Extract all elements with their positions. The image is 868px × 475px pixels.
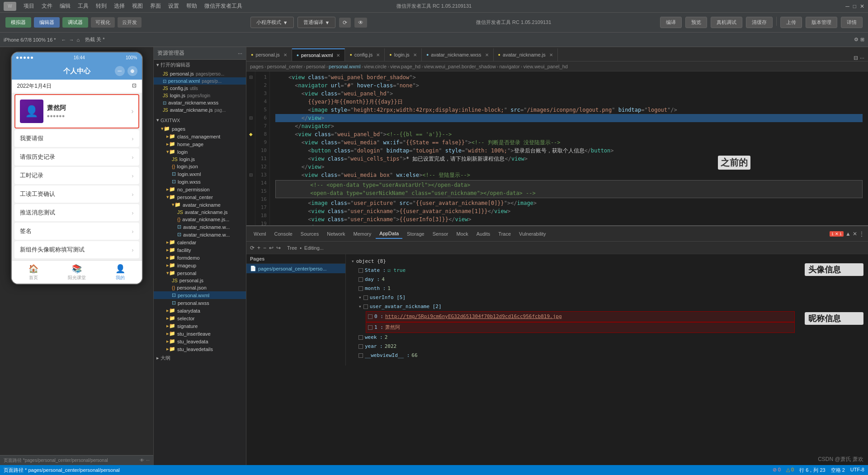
tab-close-1[interactable]: ✕ bbox=[283, 52, 287, 57]
file-personal-wxml[interactable]: ⊡ personal.wxml pages/p... bbox=[154, 77, 246, 85]
menu-item-view[interactable]: 视图 bbox=[132, 2, 143, 10]
folder-formdemo[interactable]: ▸📁 formdemo bbox=[154, 254, 246, 261]
dt-tab-memory[interactable]: Memory bbox=[350, 229, 375, 238]
version-btn[interactable]: 版本管理 bbox=[806, 17, 837, 28]
forward-btn[interactable]: → bbox=[69, 37, 74, 43]
dt-tab-wxml[interactable]: Wxml bbox=[250, 229, 270, 238]
phone-nav-icons[interactable]: ··· ⊕ bbox=[115, 66, 137, 76]
phone-menu-item-3[interactable]: 工时记录 › bbox=[14, 167, 139, 184]
gxitwx-section[interactable]: ▾ GXITWX bbox=[154, 115, 246, 125]
debug-btn[interactable]: 调试器 bbox=[62, 17, 88, 28]
phone-menu-item-2[interactable]: 请假历史记录 › bbox=[14, 148, 139, 166]
tab-close-3[interactable]: ✕ bbox=[376, 52, 380, 57]
file-avatar-nickname-wxss[interactable]: ⊡ avatar_nickname.w... bbox=[154, 231, 246, 238]
dots-icon[interactable]: ··· bbox=[146, 458, 150, 463]
folder-stu-leavedetails[interactable]: ▸📁 stu_leavedetails bbox=[154, 345, 246, 353]
dt-tab-vulnerability[interactable]: Vulnerability bbox=[515, 229, 550, 238]
file-avatar-nickname-json[interactable]: {} avatar_nickname.js... bbox=[154, 216, 246, 223]
file-personal-wxml-2[interactable]: ⊡ personal.wxml bbox=[154, 291, 246, 299]
dt-tab-console[interactable]: Console bbox=[271, 229, 296, 238]
minimize-btn[interactable]: ─ bbox=[845, 3, 849, 10]
minus-icon[interactable]: − bbox=[263, 245, 266, 251]
dt-close-icon[interactable]: ✕ bbox=[853, 231, 857, 237]
tab-config-js[interactable]: ● config.js ✕ bbox=[345, 48, 385, 61]
phone-menu-item-5[interactable]: 推送消息测试 › bbox=[14, 204, 139, 221]
close-btn[interactable]: ✕ bbox=[860, 3, 864, 10]
tab-close-2[interactable]: ✕ bbox=[336, 53, 340, 58]
open-editors-section[interactable]: ▾ 打开的编辑器 bbox=[154, 60, 246, 70]
menu-icon[interactable]: ··· bbox=[115, 66, 125, 76]
undo-icon[interactable]: ↩ bbox=[269, 245, 274, 251]
folder-personal[interactable]: ▾📁 personal bbox=[154, 269, 246, 277]
menu-item-tool[interactable]: 工具 bbox=[78, 2, 89, 10]
folder-login[interactable]: ▾📁 login bbox=[154, 148, 246, 156]
real-debug-btn[interactable]: 真机调试 bbox=[711, 17, 742, 28]
home-btn[interactable]: ⌂ bbox=[77, 37, 80, 43]
phone-nav-mine[interactable]: 👤 我的 bbox=[99, 261, 142, 284]
folder-stu-leavedata[interactable]: ▸📁 stu_leavedata bbox=[154, 337, 246, 345]
compile-btn[interactable]: 编译 bbox=[660, 17, 682, 28]
editor-btn[interactable]: 编辑器 bbox=[34, 17, 60, 28]
tab-close-6[interactable]: ✕ bbox=[549, 52, 553, 57]
phone-menu-item-6[interactable]: 签名 › bbox=[14, 223, 139, 240]
upload-btn[interactable]: 上传 bbox=[780, 17, 802, 28]
cloud-btn[interactable]: 云开发 bbox=[118, 17, 142, 28]
tab-personal-js[interactable]: ● personal.js ✕ bbox=[246, 48, 292, 61]
code-content[interactable]: <view class="weui_panel border_shadow"> … bbox=[270, 71, 868, 225]
menu-item-select[interactable]: 选择 bbox=[114, 2, 125, 10]
phone-nav-classroom[interactable]: 📚 阳光课堂 bbox=[55, 261, 99, 284]
expand-obj-icon[interactable]: ▾ bbox=[351, 257, 354, 266]
file-avatar-wxss[interactable]: ⊡ avatar_nickname.wxss bbox=[154, 99, 246, 106]
menu-item-wechat[interactable]: 微信开发者工具 bbox=[204, 2, 242, 10]
preview-btn[interactable]: 预览 bbox=[685, 17, 707, 28]
dt-expand-icon[interactable]: ▲ bbox=[845, 231, 851, 237]
file-login-js[interactable]: JS login.js pages/login bbox=[154, 92, 246, 99]
dt-tab-audits[interactable]: Audits bbox=[473, 229, 494, 238]
menu-item-help[interactable]: 帮助 bbox=[186, 2, 197, 10]
visualize-btn[interactable]: 可视化 bbox=[91, 17, 115, 28]
split-icon[interactable]: ⊟ bbox=[854, 55, 858, 61]
folder-selector[interactable]: ▸📁 selector bbox=[154, 314, 246, 322]
dt-tab-mock[interactable]: Mock bbox=[453, 229, 472, 238]
refresh-icon[interactable]: ⟳ bbox=[250, 245, 255, 251]
dt-tab-trace[interactable]: Trace bbox=[495, 229, 514, 238]
file-avatar-nickname-js[interactable]: JS avatar_nickname.js bbox=[154, 209, 246, 216]
warn-status[interactable]: △ 0 bbox=[786, 467, 794, 474]
tab-close-5[interactable]: ✕ bbox=[485, 52, 489, 57]
menu-item-edit[interactable]: 编辑 bbox=[60, 2, 71, 10]
phone-user-card[interactable]: 👤 萧然阿 ●●●●●● › bbox=[14, 94, 139, 128]
additional-section[interactable]: ▸ 大纲 bbox=[154, 353, 246, 363]
maximize-btn[interactable]: □ bbox=[853, 3, 856, 10]
folder-calendar[interactable]: ▸📁 calendar bbox=[154, 238, 246, 246]
menu-item-settings[interactable]: 设置 bbox=[168, 2, 179, 10]
folder-signature[interactable]: ▸📁 signature bbox=[154, 322, 246, 330]
error-status[interactable]: ⊘ 0 bbox=[773, 467, 781, 474]
menu-item-interface[interactable]: 界面 bbox=[150, 2, 161, 10]
dt-tab-storage[interactable]: Storage bbox=[403, 229, 428, 238]
file-login-json[interactable]: {} login.json bbox=[154, 163, 246, 170]
menu-item-project[interactable]: 项目 bbox=[24, 2, 34, 10]
folder-salarydata[interactable]: ▸📁 salarydata bbox=[154, 307, 246, 314]
refresh-btn[interactable]: ⟳ bbox=[339, 18, 351, 28]
menu-item-goto[interactable]: 转到 bbox=[96, 2, 107, 10]
miniprogram-mode-dropdown[interactable]: 小程序模式 ▼ bbox=[250, 17, 294, 28]
tab-avatar-wxss[interactable]: ● avatar_nickname.wxss ✕ bbox=[422, 48, 494, 61]
file-config-js[interactable]: JS config.js utils bbox=[154, 85, 246, 92]
pages-item-personal[interactable]: 📄 pages/personal_center/perso... bbox=[246, 264, 345, 273]
simulator-btn[interactable]: 模拟器 bbox=[5, 17, 31, 28]
more-icon[interactable]: ··· bbox=[860, 55, 864, 61]
file-login-js-2[interactable]: JS login.js bbox=[154, 156, 246, 163]
file-personal-js[interactable]: JS personal.js pages/perso... bbox=[154, 70, 246, 77]
add-icon[interactable]: + bbox=[257, 245, 260, 251]
camera-icon[interactable]: ⊕ bbox=[127, 66, 137, 76]
redo-icon[interactable]: ↪ bbox=[276, 245, 281, 251]
folder-facility[interactable]: ▸📁 facility bbox=[154, 246, 246, 254]
phone-menu-item-1[interactable]: 我要请假 › bbox=[14, 130, 139, 147]
clear-cache-btn[interactable]: 清缓存 bbox=[746, 17, 773, 28]
tab-personal-wxml[interactable]: ● personal.wxml ✕ bbox=[292, 48, 345, 61]
folder-avatar-nickname[interactable]: ▾📁 avatar_nickname bbox=[154, 201, 246, 209]
folder-imageup[interactable]: ▸📁 imageup bbox=[154, 261, 246, 269]
folder-no-permission[interactable]: ▸📁 no_permission bbox=[154, 185, 246, 193]
file-login-wxml[interactable]: ⊡ login.wxml bbox=[154, 170, 246, 178]
expand-userinfo-icon[interactable]: ▾ bbox=[359, 293, 362, 302]
